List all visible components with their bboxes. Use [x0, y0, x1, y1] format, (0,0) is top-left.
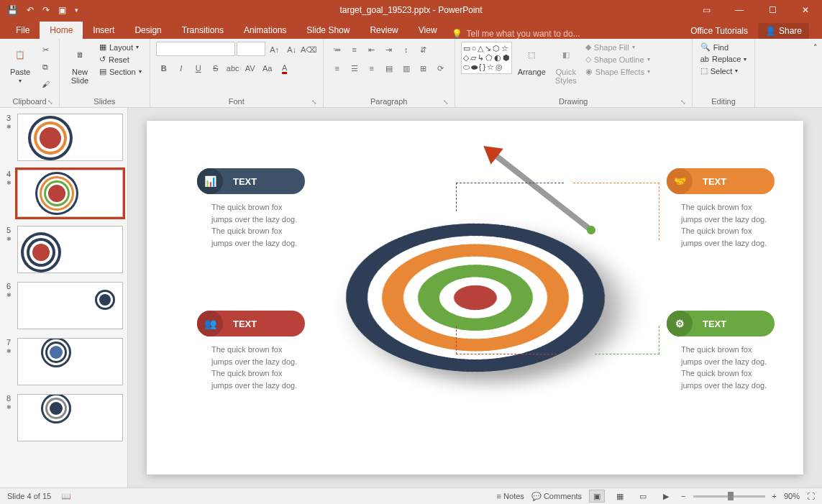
shapes-gallery[interactable]: ▭○△↘⬡☆ ◇▱↳⬠◐⬢ ⬭⬬{}☆◎	[461, 42, 512, 74]
tab-home[interactable]: Home	[40, 22, 83, 39]
tell-me-search[interactable]: 💡 Tell me what you want to do...	[452, 29, 580, 39]
ribbon-display-icon[interactable]: ▭	[690, 0, 723, 20]
thumbnail-slide-6[interactable]: 6✱	[4, 282, 123, 329]
quick-styles-button[interactable]: ◧ Quick Styles	[552, 42, 580, 86]
align-left-icon[interactable]: ≡	[329, 60, 345, 76]
spellcheck-icon[interactable]: 📖	[61, 492, 71, 501]
collapse-ribbon-icon[interactable]: ˄	[809, 39, 822, 107]
font-color-icon[interactable]: A	[277, 60, 293, 76]
arrange-button[interactable]: ⬚ Arrange	[515, 42, 549, 78]
start-slideshow-icon[interactable]: ▣	[58, 5, 66, 15]
notes-button[interactable]: ≡ Notes	[497, 492, 524, 500]
callout-bottom-left[interactable]: 👥TEXT The quick brown fox jumps over the…	[197, 311, 305, 391]
shape-fill-button[interactable]: ◆Shape Fill▾	[583, 42, 652, 52]
minimize-icon[interactable]: —	[723, 0, 756, 20]
redo-icon[interactable]: ↷	[42, 5, 50, 15]
slide-canvas[interactable]: 📊TEXT The quick brown fox jumps over the…	[128, 108, 822, 487]
zoom-thumb[interactable]	[728, 492, 734, 500]
group-editing: 🔍Find abReplace▾ ⬚Select▾ Editing	[693, 39, 756, 107]
clear-format-icon[interactable]: A⌫	[301, 42, 317, 58]
comments-button[interactable]: 💬 Comments	[531, 492, 582, 501]
ribbon: 📋 Paste ▾ ✂ ⧉ 🖌 Clipboard 🗎 New Slide ▦L…	[0, 39, 822, 108]
zoom-slider[interactable]	[693, 495, 765, 498]
select-button[interactable]: ⬚Select▾	[698, 65, 749, 76]
share-button[interactable]: 👤 Share	[758, 23, 809, 39]
italic-icon[interactable]: I	[173, 60, 189, 76]
slide[interactable]: 📊TEXT The quick brown fox jumps over the…	[147, 121, 803, 475]
replace-button[interactable]: abReplace▾	[698, 54, 749, 64]
thumbnail-slide-8[interactable]: 8✱	[4, 394, 123, 441]
numbering-icon[interactable]: ≡	[347, 42, 362, 58]
bullets-icon[interactable]: ≔	[329, 42, 345, 58]
animation-star-icon: ✱	[6, 348, 12, 354]
columns-icon[interactable]: ▥	[398, 60, 414, 76]
thumbnail-slide-4[interactable]: 4✱	[4, 170, 123, 217]
tab-transitions[interactable]: Transitions	[172, 22, 234, 39]
fit-window-icon[interactable]: ⛶	[807, 492, 815, 500]
align-right-icon[interactable]: ≡	[364, 60, 380, 76]
spacing-icon[interactable]: AV	[242, 60, 258, 76]
callout-top-left[interactable]: 📊TEXT The quick brown fox jumps over the…	[197, 168, 305, 249]
smartart-icon[interactable]: ⟳	[433, 60, 449, 76]
text-direction-icon[interactable]: ⇵	[416, 42, 431, 58]
slide-indicator[interactable]: Slide 4 of 15	[7, 492, 51, 500]
underline-icon[interactable]: U	[191, 60, 206, 76]
thumbnail-slide-3[interactable]: 3✱	[4, 114, 123, 161]
sorter-view-icon[interactable]: ▦	[612, 490, 628, 503]
section-button[interactable]: ▤Section▾	[97, 66, 144, 77]
bold-icon[interactable]: B	[156, 60, 172, 76]
tab-slideshow[interactable]: Slide Show	[296, 22, 360, 39]
maximize-icon[interactable]: ☐	[756, 0, 789, 20]
shape-outline-button[interactable]: ◇Shape Outline▾	[583, 54, 652, 65]
reset-button[interactable]: ↺Reset	[97, 54, 144, 65]
increase-font-icon[interactable]: A↑	[267, 42, 283, 58]
indent-inc-icon[interactable]: ⇥	[381, 42, 397, 58]
font-size-input[interactable]	[237, 42, 265, 56]
zoom-level[interactable]: 90%	[784, 492, 800, 500]
replace-icon: ab	[700, 55, 709, 63]
font-family-input[interactable]	[156, 42, 235, 56]
format-painter-icon[interactable]: 🖌	[37, 76, 53, 92]
chevron-down-icon: ▾	[19, 78, 22, 84]
decrease-font-icon[interactable]: A↓	[284, 42, 300, 58]
find-button[interactable]: 🔍Find	[698, 42, 749, 52]
line-spacing-icon[interactable]: ↕	[398, 42, 414, 58]
tab-insert[interactable]: Insert	[83, 22, 124, 39]
copy-icon[interactable]: ⧉	[37, 59, 53, 75]
slide-thumbnails[interactable]: 3✱ 4✱ 5✱ 6✱ 7✱ 8✱	[0, 108, 128, 487]
qat-more-icon[interactable]: ▾	[75, 6, 78, 14]
shadow-icon[interactable]: abc	[225, 60, 241, 76]
callout-top-right[interactable]: 🤝TEXT The quick brown fox jumps over the…	[667, 168, 775, 249]
tab-view[interactable]: View	[408, 22, 447, 39]
zoom-out-icon[interactable]: −	[681, 492, 685, 500]
undo-icon[interactable]: ↶	[27, 5, 34, 15]
callout-bottom-right[interactable]: ⚙TEXT The quick brown fox jumps over the…	[667, 311, 775, 391]
reading-view-icon[interactable]: ▭	[635, 490, 651, 503]
group-paragraph: ≔ ≡ ⇤ ⇥ ↕ ⇵ ≡ ☰ ≡ ▤ ▥ ⊞ ⟳ Paragraph	[324, 39, 455, 107]
close-icon[interactable]: ✕	[789, 0, 822, 20]
layout-button[interactable]: ▦Layout▾	[97, 42, 144, 52]
office-tutorials-link[interactable]: Office Tutorials	[690, 26, 748, 36]
align-text-icon[interactable]: ⊞	[416, 60, 431, 76]
slideshow-view-icon[interactable]: ▶	[658, 490, 674, 503]
tab-file[interactable]: File	[6, 22, 40, 39]
indent-dec-icon[interactable]: ⇤	[364, 42, 380, 58]
normal-view-icon[interactable]: ▣	[589, 490, 605, 503]
thumbnail-slide-7[interactable]: 7✱	[4, 338, 123, 385]
justify-icon[interactable]: ▤	[381, 60, 397, 76]
shape-effects-button[interactable]: ◉Shape Effects▾	[583, 66, 652, 77]
paste-button[interactable]: 📋 Paste ▾	[6, 42, 35, 86]
tab-review[interactable]: Review	[360, 22, 408, 39]
save-icon[interactable]: 💾	[7, 5, 18, 15]
thumbnail-slide-5[interactable]: 5✱	[4, 226, 123, 273]
new-slide-button[interactable]: 🗎 New Slide	[65, 42, 94, 86]
cut-icon[interactable]: ✂	[37, 42, 53, 58]
tab-design[interactable]: Design	[124, 22, 171, 39]
strike-icon[interactable]: S	[208, 60, 224, 76]
align-center-icon[interactable]: ☰	[347, 60, 362, 76]
case-icon[interactable]: Aa	[260, 60, 275, 76]
tab-animations[interactable]: Animations	[234, 22, 296, 39]
status-bar: Slide 4 of 15 📖 ≡ Notes 💬 Comments ▣ ▦ ▭…	[0, 487, 822, 504]
zoom-in-icon[interactable]: +	[772, 492, 777, 500]
group-label: Editing	[698, 96, 749, 106]
